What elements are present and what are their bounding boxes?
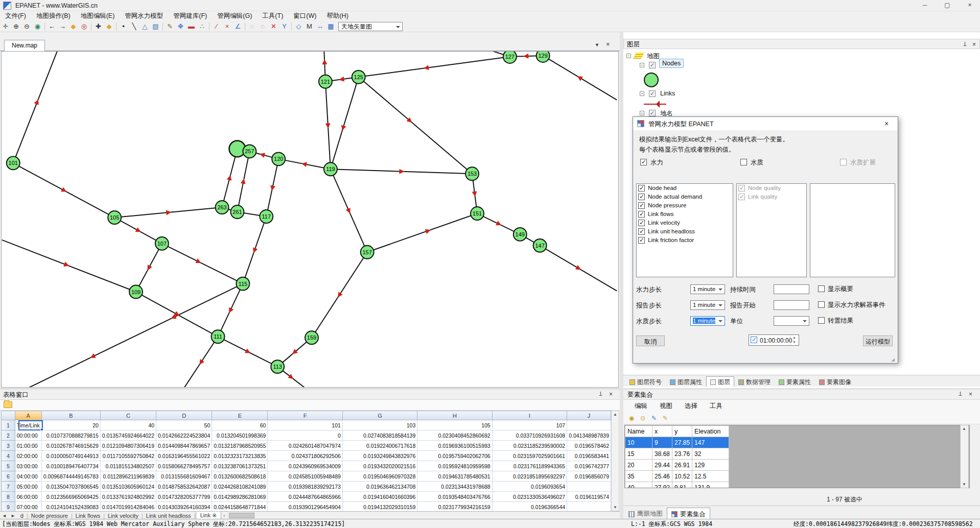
pipe-link[interactable] xyxy=(12,284,243,388)
merge-icon[interactable]: Y xyxy=(279,22,289,31)
list-item[interactable]: Node actual demand xyxy=(637,193,733,201)
sheet-cell[interactable]: 0.0193249843832976 xyxy=(342,451,417,461)
sheet-cell[interactable]: 0.0132323173213835 xyxy=(212,451,268,461)
sheet-cell[interactable]: Time/Link xyxy=(15,420,41,430)
column-header-J[interactable]: J xyxy=(567,411,611,420)
pipe-link[interactable] xyxy=(162,244,243,284)
scroll-down-icon[interactable]: ▼ xyxy=(961,482,967,487)
duration-spinner[interactable]: 01:00:00:00 ▲▼ xyxy=(749,334,799,346)
sheet-cell[interactable]: 0.0242601487047974 xyxy=(268,441,342,451)
duration-value[interactable]: 01:00:00:00 xyxy=(760,337,792,344)
sheet-corner-cell[interactable] xyxy=(2,411,15,420)
sheet-vertical-scrollbar[interactable]: ▲ ▼ xyxy=(611,411,619,511)
sheet-cell[interactable]: 105 xyxy=(417,420,492,430)
add-feature-icon[interactable]: ✚ xyxy=(94,22,103,31)
feature-cell[interactable]: 27.92 xyxy=(652,482,672,489)
sheet-cell[interactable]: 00:00:00 xyxy=(15,430,41,441)
panel-tab-3[interactable]: 图层 xyxy=(706,376,734,387)
sheet-cell[interactable]: 0.0102678746915629 xyxy=(41,441,100,451)
column-header-C[interactable]: C xyxy=(100,411,156,420)
list-item[interactable]: Link flows xyxy=(637,210,733,219)
locate-icon[interactable]: ◎ xyxy=(79,22,89,31)
item-checkbox[interactable] xyxy=(638,185,645,191)
quality-ext-checkbox[interactable] xyxy=(840,159,847,165)
item-checkbox[interactable] xyxy=(638,220,645,226)
sheet-tab-1[interactable]: Node pressure xyxy=(28,513,71,519)
expander-map[interactable]: − xyxy=(626,54,631,58)
features-tab-1[interactable]: 鹰眼地图 xyxy=(624,508,667,519)
list-item[interactable]: Link velocity xyxy=(637,219,733,227)
links-checkbox[interactable] xyxy=(649,90,656,97)
map-tab-newmap[interactable]: New.map xyxy=(4,40,45,51)
sheet-cell[interactable]: 0 xyxy=(268,430,342,441)
item-checkbox[interactable] xyxy=(738,194,745,200)
pipe-link[interactable] xyxy=(359,77,472,174)
sheet-cell[interactable]: 0.0244487664865966 xyxy=(268,492,342,502)
column-header-B[interactable]: B xyxy=(41,411,100,420)
features-vertical-scrollbar[interactable]: ▲ ▼ xyxy=(960,425,969,488)
column-header-G[interactable]: G xyxy=(342,411,417,420)
sheet-cell[interactable]: 0.0117105592750842 xyxy=(100,451,156,461)
feature-cell[interactable]: 12.5 xyxy=(692,471,729,482)
sheet-cell[interactable]: 03:00:00 xyxy=(15,461,41,471)
map-tab-close-icon[interactable]: × xyxy=(606,40,610,48)
run-model-button[interactable]: 运行模型 xyxy=(863,335,893,346)
column-header-H[interactable]: H xyxy=(417,411,492,420)
measure-icon[interactable]: ◇ xyxy=(294,22,304,31)
sheet-cell[interactable]: 0.0194160401660396 xyxy=(342,492,417,502)
sheet-cell[interactable]: 107 xyxy=(492,420,567,430)
param-combo-3[interactable]: 1 minute xyxy=(690,316,725,326)
item-checkbox[interactable] xyxy=(638,237,645,244)
features-menu-2[interactable]: 视图 xyxy=(655,401,678,412)
column-header-E[interactable]: E xyxy=(212,411,268,420)
sheet-cell[interactable]: 0.0231779934216159 xyxy=(417,502,492,512)
sheet-cell[interactable]: 0.0100189476407734 xyxy=(41,461,100,471)
panel-tab-6[interactable]: 要素图像 xyxy=(815,376,855,387)
pin-icon[interactable]: T xyxy=(963,41,967,47)
dialog-title-bar[interactable]: 管网水力模型 EPANET × xyxy=(633,117,898,130)
sheet-cell[interactable]: 0.0121094807306419 xyxy=(100,441,156,451)
list-item[interactable]: Link unit headloss xyxy=(637,227,733,236)
feature-cell[interactable]: 40 xyxy=(625,482,652,489)
param-combo-2[interactable]: 1 minute xyxy=(690,300,725,310)
sheet-cell[interactable]: 0.0124104152439083 xyxy=(41,502,100,512)
vertex-move-icon[interactable]: ∠ xyxy=(233,22,243,31)
sheet-cell[interactable]: 02:00:00 xyxy=(15,451,41,461)
panel-tab-1[interactable]: 图层符号 xyxy=(625,376,666,387)
sheet-cell[interactable]: 0.0231330536496027 xyxy=(492,492,567,502)
sheet-cell[interactable]: 0.023134431978688 xyxy=(417,482,492,492)
sheet-cell[interactable]: 103 xyxy=(342,420,417,430)
sheet-cell[interactable]: 0.0135745924664022 xyxy=(100,430,156,441)
sheet-cell[interactable]: 0.0231597025901661 xyxy=(492,451,567,461)
find-icon[interactable]: M xyxy=(305,22,314,31)
sheet-cell[interactable]: 0.0123566965069425 xyxy=(41,492,100,502)
minimize-button[interactable]: ─ xyxy=(915,0,935,11)
sheet-cell[interactable]: 0.0231851895692297 xyxy=(492,471,567,482)
sheet-cell[interactable]: 60 xyxy=(212,420,268,430)
sheet-cell[interactable]: 0.041348987839 xyxy=(567,430,611,441)
features-menu-1[interactable]: 编辑 xyxy=(629,401,652,412)
pipe-link[interactable] xyxy=(13,51,61,163)
param-combo-1[interactable]: 1 minute xyxy=(690,284,725,294)
pipe-link[interactable] xyxy=(331,77,359,169)
menu-item-6[interactable]: 管网编辑(G) xyxy=(212,11,257,21)
sheet-tab-4[interactable]: Link unit headloss xyxy=(143,513,194,519)
row-header-7[interactable]: 7 xyxy=(2,482,15,492)
sheet-cell[interactable]: 0.0274083818584139 xyxy=(342,430,417,441)
open-folder-icon[interactable] xyxy=(4,401,12,408)
sheet-cell[interactable]: 0.0196578462 xyxy=(567,441,611,451)
map-canvas[interactable]: 1011051071091111131151171191201211251271… xyxy=(1,51,619,388)
search-icon[interactable]: ⊙ xyxy=(639,414,647,422)
sheet-cell[interactable]: 0.0194631785480531 xyxy=(417,471,492,482)
sheet-cell[interactable]: 0.0196583441 xyxy=(567,451,611,461)
scroll-up-icon[interactable]: ▲ xyxy=(961,426,967,431)
placenames-checkbox[interactable] xyxy=(649,110,656,116)
sheet-cell[interactable]: 20 xyxy=(41,420,100,430)
panel-tab-5[interactable]: 要素属性 xyxy=(775,376,815,387)
sheet-cell[interactable]: 0.0112896211969839 xyxy=(100,471,156,482)
vertex-delete-icon[interactable]: × xyxy=(222,22,232,31)
row-header-8[interactable]: 8 xyxy=(2,492,15,502)
sheet-cell[interactable]: 0.0195759402062706 xyxy=(417,451,492,461)
feature-cell[interactable]: 35 xyxy=(625,471,652,482)
edit-rectangle-icon[interactable]: ▧ xyxy=(151,22,160,31)
